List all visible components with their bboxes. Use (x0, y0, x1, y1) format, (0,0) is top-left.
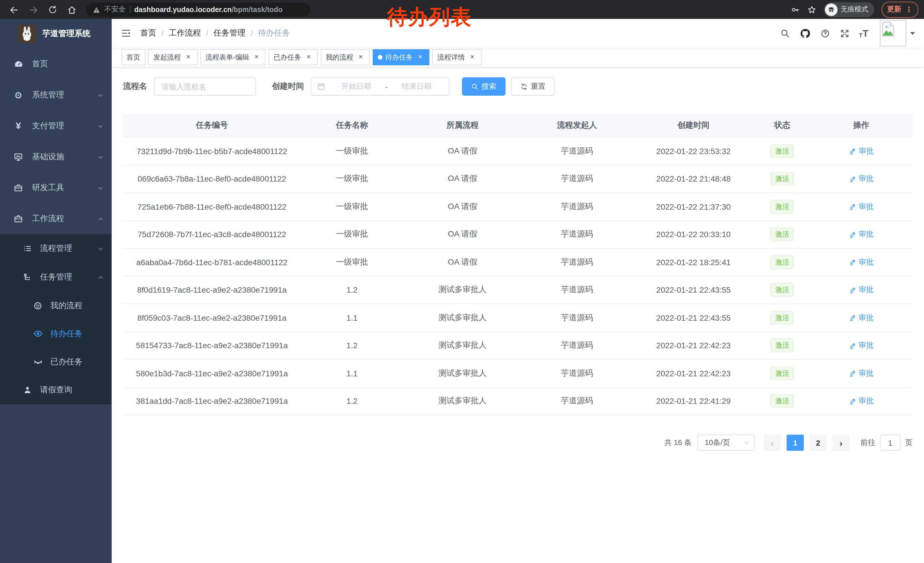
breadcrumb-current: 待办任务 (258, 28, 290, 38)
sidebar-item-devtools[interactable]: 研发工具 (0, 173, 112, 203)
cell-task-name: 1.2 (301, 341, 404, 350)
chevron-down-icon (98, 123, 104, 129)
url-host[interactable]: dashboard.yudao.iocoder.cn (134, 6, 232, 14)
next-page-button[interactable]: › (832, 435, 850, 451)
back-icon[interactable] (9, 4, 19, 15)
home-icon[interactable] (67, 4, 77, 15)
approve-link[interactable]: 审批 (849, 312, 874, 323)
table-body: 73211d9d-7b9b-11ec-b5b7-acde48001122 一级审… (123, 137, 912, 415)
tab[interactable]: 流程详情 × (432, 49, 482, 65)
security-label[interactable]: 不安全 (104, 5, 126, 14)
cell-create-time: 2022-01-21 22:43:55 (632, 285, 754, 295)
breadcrumb-item[interactable]: 首页 (140, 28, 156, 38)
status-badge: 激活 (771, 200, 794, 214)
cell-task-id: 58154733-7ac8-11ec-a9e2-a2380e71991a (123, 341, 301, 350)
incognito-badge[interactable]: 无痕模式 (824, 2, 874, 17)
url-path[interactable]: /bpm/task/todo (232, 6, 282, 14)
tab[interactable]: 发起流程 × (148, 49, 198, 65)
tab-close-icon[interactable]: × (357, 53, 364, 61)
status-badge: 激活 (771, 255, 794, 269)
process-name-input[interactable] (154, 77, 256, 96)
approve-link[interactable]: 审批 (849, 174, 874, 184)
tab-close-icon[interactable]: × (468, 53, 476, 61)
cell-starter: 芋道源码 (522, 285, 632, 295)
approve-link[interactable]: 审批 (849, 257, 874, 267)
cell-process: 测试多审批人 (404, 396, 522, 406)
page-content: 流程名 创建时间 开始日期 - 结束日期 搜索 重 (112, 67, 924, 563)
start-date-placeholder[interactable]: 开始日期 (330, 81, 383, 92)
cell-task-name: 一级审批 (301, 201, 404, 212)
approve-link[interactable]: 审批 (849, 146, 874, 156)
kebab-menu-icon[interactable]: ⋮ (905, 5, 912, 14)
approve-link[interactable]: 审批 (849, 340, 874, 350)
sidebar: 芋道管理系统 首页 ⚙ 系统管理 ¥ 支付管理 基础设施 (0, 19, 112, 563)
reset-button[interactable]: 重置 (511, 77, 555, 96)
tab[interactable]: 流程表单-编辑 × (200, 49, 266, 65)
approve-link[interactable]: 审批 (849, 201, 874, 212)
page-button-1[interactable]: 1 (787, 435, 804, 451)
app-logo-row[interactable]: 芋道管理系统 (0, 19, 112, 49)
end-date-placeholder[interactable]: 结束日期 (390, 81, 443, 92)
sidebar-item-home[interactable]: 首页 (0, 49, 112, 80)
forward-icon[interactable] (28, 4, 38, 15)
status-badge: 激活 (771, 339, 794, 353)
breadcrumb-item[interactable]: 任务管理 (213, 28, 246, 38)
cell-task-name: 1.2 (301, 285, 404, 295)
sidebar-item-infra[interactable]: 基础设施 (0, 141, 112, 173)
approve-link[interactable]: 审批 (849, 285, 874, 295)
user-menu[interactable] (880, 20, 915, 47)
address-bar[interactable]: 不安全 dashboard.yudao.iocoder.cn/bpm/task/… (86, 3, 310, 17)
chevron-down-icon (744, 440, 749, 446)
fullscreen-icon[interactable] (840, 28, 849, 39)
sidebar-item-process-management[interactable]: 流程管理 (0, 234, 112, 263)
table-row: 75d72608-7b7f-11ec-a3c8-acde48001122 一级审… (123, 221, 912, 249)
create-time-label: 创建时间 (272, 81, 304, 92)
tab[interactable]: 已办任务 × (268, 49, 318, 65)
cell-create-time: 2022-01-22 21:37:30 (632, 202, 754, 211)
tab[interactable]: 待办任务 × (373, 49, 429, 65)
search-button[interactable]: 搜索 (462, 77, 506, 96)
goto-page-input[interactable] (880, 435, 900, 451)
approve-link[interactable]: 审批 (849, 368, 874, 378)
prev-page-button[interactable]: ‹ (764, 435, 781, 451)
font-size-icon[interactable]: TT (859, 29, 868, 38)
sidebar-item-done-task[interactable]: 已办任务 (0, 348, 112, 376)
sidebar-item-leave-query[interactable]: 请假查询 (0, 376, 112, 404)
sidebar-toggle-icon[interactable] (121, 28, 131, 38)
update-button[interactable]: 更新 ⋮ (881, 2, 918, 18)
sidebar-item-workflow[interactable]: 工作流程 (0, 203, 112, 234)
security-warning-icon[interactable] (93, 6, 100, 14)
avatar[interactable] (880, 20, 906, 47)
breadcrumb-item[interactable]: 工作流程 (169, 28, 201, 38)
tab-close-icon[interactable]: × (184, 53, 192, 61)
github-icon[interactable] (800, 28, 810, 39)
cell-process: 测试多审批人 (404, 341, 522, 351)
incognito-label: 无痕模式 (841, 5, 868, 14)
date-range-picker[interactable]: 开始日期 - 结束日期 (311, 77, 449, 96)
approve-link[interactable]: 审批 (849, 229, 874, 239)
tab-close-icon[interactable]: × (304, 53, 313, 61)
caret-down-icon (910, 32, 915, 35)
page-button-2[interactable]: 2 (810, 435, 826, 451)
tab-close-icon[interactable]: × (252, 53, 261, 61)
sidebar-item-system[interactable]: ⚙ 系统管理 (0, 80, 112, 111)
tab-close-icon[interactable]: × (416, 53, 424, 61)
sidebar-item-pay[interactable]: ¥ 支付管理 (0, 111, 112, 141)
sidebar-item-my-process[interactable]: 我的流程 (0, 291, 112, 320)
tab[interactable]: 我的流程 × (321, 49, 370, 65)
search-icon[interactable] (780, 28, 790, 39)
tab[interactable]: 首页 (122, 49, 146, 65)
approve-link[interactable]: 审批 (849, 396, 874, 406)
sidebar-item-task-management[interactable]: 任务管理 (0, 263, 112, 291)
help-icon[interactable] (820, 28, 830, 39)
page-size-select[interactable]: 10条/页 (697, 435, 754, 451)
cell-task-id: a6aba0a4-7b6d-11ec-b781-acde48001122 (123, 258, 301, 267)
table-row: 069c6a63-7b8a-11ec-8ef0-acde48001122 一级审… (123, 165, 912, 193)
bookmark-star-icon[interactable] (807, 4, 816, 15)
reload-icon[interactable] (48, 4, 57, 15)
key-icon[interactable] (790, 4, 800, 15)
sidebar-item-todo-task[interactable]: 待办任务 (0, 320, 112, 348)
cell-create-time: 2022-01-22 18:25:41 (632, 258, 754, 267)
cell-create-time: 2022-01-22 20:33:10 (632, 230, 754, 239)
cell-starter: 芋道源码 (522, 146, 632, 156)
